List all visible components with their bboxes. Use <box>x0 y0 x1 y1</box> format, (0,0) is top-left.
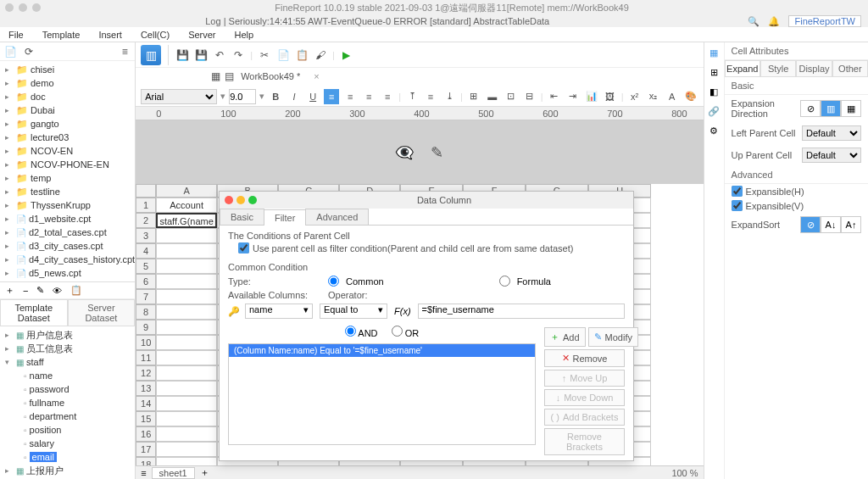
remove-button[interactable]: ✕Remove <box>544 349 625 367</box>
tree-item[interactable]: ▸📄d4_city_cases_history.cpt <box>0 253 135 266</box>
cell[interactable] <box>156 350 217 365</box>
exp-none-button[interactable]: ⊘ <box>800 100 821 117</box>
unmerge-icon[interactable]: ⊟ <box>522 89 537 104</box>
font-name-select[interactable]: Arial <box>141 89 217 104</box>
row-header[interactable]: 15 <box>136 411 156 426</box>
tab-server-dataset[interactable]: Server Dataset <box>68 299 136 326</box>
cond-attr-icon[interactable]: ⊞ <box>710 67 718 78</box>
use-parent-checkbox[interactable] <box>238 242 249 253</box>
fill-icon[interactable]: ▬ <box>485 89 500 104</box>
cell[interactable]: staff.G(name <box>156 213 217 228</box>
copy-icon[interactable]: 📄 <box>276 48 290 62</box>
pen-icon[interactable]: ✎ <box>431 143 443 162</box>
tree-item[interactable]: ▸📄d3_city_cases.cpt <box>0 239 135 253</box>
column-select[interactable]: name▾ <box>245 304 313 319</box>
row-header[interactable]: 9 <box>136 320 156 335</box>
row-header[interactable]: 8 <box>136 304 156 320</box>
bell-icon[interactable]: 🔔 <box>768 16 780 27</box>
border-icon[interactable]: ⊞ <box>466 89 481 104</box>
dialog-tab-filter[interactable]: Filter <box>264 209 306 226</box>
brush-icon[interactable]: 🖌 <box>314 48 327 62</box>
widget-icon[interactable]: ◧ <box>709 86 718 97</box>
dataset-column[interactable]: ▫password <box>0 382 135 396</box>
tab-expand[interactable]: Expand <box>725 60 760 77</box>
mac-max[interactable] <box>32 3 41 12</box>
align-left-icon[interactable]: ≡ <box>324 89 339 104</box>
menu-server[interactable]: Server <box>188 30 215 40</box>
tree-item[interactable]: ▸📁gangto <box>0 117 135 131</box>
exp-h-checkbox[interactable] <box>732 186 743 197</box>
dialog-min[interactable] <box>236 196 245 204</box>
cell[interactable] <box>156 304 217 320</box>
formula-input[interactable]: =$fine_username <box>418 304 625 319</box>
sort-asc-button[interactable]: A↓ <box>821 216 841 233</box>
tree-item[interactable]: ▸📁Dubai <box>0 103 135 117</box>
redo-icon[interactable]: ↷ <box>231 48 245 62</box>
paste-icon[interactable]: 📋 <box>295 48 309 62</box>
menu-help[interactable]: Help <box>235 30 254 40</box>
del-ds-icon[interactable]: − <box>23 286 28 296</box>
add-sheet-icon[interactable]: ＋ <box>200 466 209 479</box>
exp-v-button[interactable]: ▥ <box>821 100 841 117</box>
tab-style[interactable]: Style <box>760 60 796 77</box>
cell[interactable] <box>156 365 217 381</box>
refresh-icon[interactable]: ⟳ <box>22 45 36 58</box>
chart-icon[interactable]: 📊 <box>584 89 599 104</box>
dataset-column[interactable]: ▫department <box>0 409 135 423</box>
cell[interactable] <box>156 320 217 335</box>
valign-top-icon[interactable]: ⤒ <box>404 89 420 104</box>
sheet-menu-icon[interactable]: ≡ <box>141 468 146 478</box>
bgcolor-icon[interactable]: 🎨 <box>683 89 698 104</box>
row-header[interactable]: 17 <box>136 442 156 457</box>
cut-icon[interactable]: ✂ <box>258 48 271 62</box>
cell[interactable] <box>156 289 217 304</box>
condition-list[interactable]: (Column Name:name) Equal to '=$fine_user… <box>228 343 536 445</box>
row-header[interactable]: 6 <box>136 274 156 289</box>
italic-icon[interactable]: I <box>287 89 302 104</box>
save-icon[interactable]: 💾 <box>175 48 189 62</box>
more-icon[interactable]: ⚙ <box>709 125 718 136</box>
form-icon[interactable]: ▤ <box>222 70 236 83</box>
menu-cell[interactable]: Cell(C) <box>141 30 170 40</box>
collapse-icon[interactable]: ≡ <box>118 45 131 58</box>
dataset-item[interactable]: ▾▦staff <box>0 355 135 369</box>
cell[interactable]: Account <box>156 198 217 213</box>
and-radio[interactable] <box>345 326 356 337</box>
mac-min[interactable] <box>19 3 27 12</box>
tree-item[interactable]: ▸📁ThyssenKrupp <box>0 198 135 212</box>
up-parent-select[interactable]: Default <box>802 148 861 163</box>
link-icon[interactable]: 🔗 <box>708 106 720 117</box>
image-icon[interactable]: 🖼 <box>603 89 618 104</box>
tree-item[interactable]: ▸📁NCOV-EN <box>0 144 135 158</box>
movedown-button[interactable]: ↓ Move Down <box>544 389 625 406</box>
new-icon[interactable]: 📄 <box>3 45 17 58</box>
tree-item[interactable]: ▸📁testline <box>0 185 135 198</box>
document-tab[interactable]: WorkBook49 * × <box>236 70 325 83</box>
preview-ds-icon[interactable]: 👁 <box>53 286 62 296</box>
sheet-tab[interactable]: sheet1 <box>152 467 195 479</box>
add-button[interactable]: ＋Add <box>544 327 586 347</box>
mac-close[interactable] <box>5 3 14 12</box>
row-header[interactable]: 3 <box>136 228 156 243</box>
dataset-item[interactable]: ▸▦员工信息表 <box>0 342 135 355</box>
operator-select[interactable]: Equal to▾ <box>320 304 387 319</box>
row-header[interactable]: 1 <box>136 198 156 213</box>
undo-icon[interactable]: ↶ <box>213 48 226 62</box>
left-parent-select[interactable]: Default <box>802 125 861 141</box>
cell[interactable] <box>156 442 217 457</box>
account-button[interactable]: FineReportTW <box>788 15 861 27</box>
tree-item[interactable]: ▸📁doc <box>0 90 135 103</box>
row-header[interactable]: 7 <box>136 289 156 304</box>
type-common-radio[interactable] <box>328 276 339 287</box>
row-header[interactable]: 16 <box>136 426 156 442</box>
or-radio[interactable] <box>392 326 403 337</box>
addbrackets-button[interactable]: ( ) Add Brackets <box>544 409 625 426</box>
search-icon[interactable]: 🔍 <box>748 16 760 27</box>
type-formula-radio[interactable] <box>499 276 510 287</box>
align-justify-icon[interactable]: ≡ <box>380 89 395 104</box>
dialog-tab-basic[interactable]: Basic <box>220 209 264 225</box>
menu-file[interactable]: File <box>8 30 24 40</box>
edit-ds-icon[interactable]: ✎ <box>36 285 44 296</box>
tab-template-dataset[interactable]: Template Dataset <box>0 299 68 326</box>
cell[interactable] <box>156 396 217 411</box>
